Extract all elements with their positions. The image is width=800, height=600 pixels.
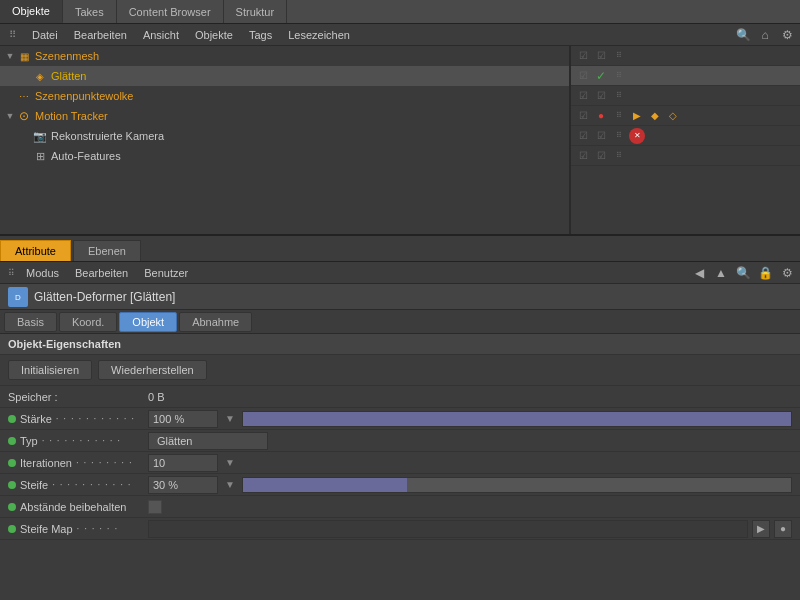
zoom-icon[interactable]: 🔍	[734, 264, 752, 282]
section-header: Objekt-Eigenschaften	[0, 334, 800, 355]
expand-placeholder2	[4, 90, 16, 102]
vis-icon-orange2[interactable]: ◆	[647, 108, 663, 124]
search-icon[interactable]: 🔍	[734, 26, 752, 44]
objects-icons-column: ☑ ☑ ⠿ ☑ ✓ ⠿ ☑ ☑ ⠿ ☑ ● ⠿ ▶ ◆ ◇ ☑ ☑ ⠿	[570, 46, 800, 234]
vis-icon-11[interactable]: ☑	[575, 148, 591, 164]
vis-icon-1[interactable]: ☑	[575, 48, 591, 64]
vis-icon-9[interactable]: ☑	[575, 128, 591, 144]
arrow-left-icon[interactable]: ◀	[690, 264, 708, 282]
tree-label-punktewolke: Szenenpunktewolke	[35, 90, 133, 102]
attribute-panel: Attribute Ebenen ⠿ Modus Bearbeiten Benu…	[0, 236, 800, 600]
vis-icon-3[interactable]: ☑	[575, 68, 591, 84]
more-icon[interactable]: ⚙	[778, 264, 796, 282]
prop-tab-abnahme[interactable]: Abnahme	[179, 312, 252, 332]
prop-tab-objekt[interactable]: Objekt	[119, 312, 177, 332]
staerke-value: ▼	[148, 410, 792, 428]
vis-icon-6[interactable]: ☑	[593, 88, 609, 104]
steife-map-row: Steife Map · · · · · · ▶ ●	[0, 518, 800, 540]
menu-lesezeichen[interactable]: Lesezeichen	[280, 27, 358, 43]
speicher-value: 0 B	[148, 391, 165, 403]
vis-icon-red[interactable]: ●	[593, 108, 609, 124]
steife-map-button[interactable]: ▶	[752, 520, 770, 538]
features-icon: ⊞	[32, 148, 48, 164]
menu-datei[interactable]: Datei	[24, 27, 66, 43]
abstaende-dot	[8, 503, 16, 511]
icons-row-szenenmesh: ☑ ☑ ⠿	[571, 46, 800, 66]
steife-slider[interactable]	[242, 477, 792, 493]
steife-label: Steife · · · · · · · · · · ·	[8, 479, 148, 491]
menu-ansicht[interactable]: Ansicht	[135, 27, 187, 43]
attr-menu-modus[interactable]: Modus	[18, 265, 67, 281]
tree-row-glaetten[interactable]: ◈ Glätten	[0, 66, 569, 86]
vis-check-icon[interactable]: ✓	[593, 68, 609, 84]
icons-row-punktewolke: ☑ ☑ ⠿	[571, 86, 800, 106]
restore-button[interactable]: Wiederherstellen	[98, 360, 207, 380]
vis-dots-6: ⠿	[611, 148, 627, 164]
typ-label: Typ · · · · · · · · · · ·	[8, 435, 148, 447]
tree-label-features: Auto-Features	[51, 150, 121, 162]
expand-placeholder4	[20, 150, 32, 162]
home-icon[interactable]: ⌂	[756, 26, 774, 44]
staerke-slider[interactable]	[242, 411, 792, 427]
cloud-icon: ⋯	[16, 88, 32, 104]
iterationen-arrow[interactable]: ▼	[222, 455, 238, 471]
staerke-input[interactable]	[148, 410, 218, 428]
iterationen-dot	[8, 459, 16, 467]
menu-bearbeiten[interactable]: Bearbeiten	[66, 27, 135, 43]
staerke-dot	[8, 415, 16, 423]
steife-arrow[interactable]: ▼	[222, 477, 238, 493]
vis-icon-orange3[interactable]: ◇	[665, 108, 681, 124]
steife-value: ▼	[148, 476, 792, 494]
vis-icon-orange[interactable]: ▶	[629, 108, 645, 124]
expand-icon[interactable]: ▼	[4, 50, 16, 62]
tree-row-szenenmesh[interactable]: ▼ ▦ Szenenmesh	[0, 46, 569, 66]
typ-dot	[8, 437, 16, 445]
iterationen-value: ▼	[148, 454, 792, 472]
tab-attribute[interactable]: Attribute	[0, 240, 71, 261]
vis-icon-5[interactable]: ☑	[575, 88, 591, 104]
vis-dots-3: ⠿	[611, 88, 627, 104]
lock-icon[interactable]: 🔒	[756, 264, 774, 282]
attr-menu-bearbeiten[interactable]: Bearbeiten	[67, 265, 136, 281]
abstaende-checkbox[interactable]	[148, 500, 162, 514]
tree-row-kamera[interactable]: 📷 Rekonstruierte Kamera	[0, 126, 569, 146]
attr-dots-icon: ⠿	[4, 266, 18, 280]
object-tree: ▼ ▦ Szenenmesh ◈ Glätten ⋯ Szenenpunktew…	[0, 46, 570, 234]
vis-icon-7[interactable]: ☑	[575, 108, 591, 124]
steife-map-input[interactable]	[148, 520, 748, 538]
settings-icon[interactable]: ⚙	[778, 26, 796, 44]
tree-label-motion-tracker: Motion Tracker	[35, 110, 108, 122]
tree-row-punktewolke[interactable]: ⋯ Szenenpunktewolke	[0, 86, 569, 106]
typ-row: Typ · · · · · · · · · · · Glätten	[0, 430, 800, 452]
abstaende-row: Abstände beibehalten	[0, 496, 800, 518]
tab-content-browser[interactable]: Content Browser	[117, 0, 224, 23]
tab-objekte[interactable]: Objekte	[0, 0, 63, 23]
prop-tab-basis[interactable]: Basis	[4, 312, 57, 332]
tree-row-features[interactable]: ⊞ Auto-Features	[0, 146, 569, 166]
arrow-up-icon[interactable]: ▲	[712, 264, 730, 282]
init-button[interactable]: Initialisieren	[8, 360, 92, 380]
tab-takes[interactable]: Takes	[63, 0, 117, 23]
vis-dots-4: ⠿	[611, 108, 627, 124]
vis-icon-12[interactable]: ☑	[593, 148, 609, 164]
top-tab-bar: Objekte Takes Content Browser Struktur	[0, 0, 800, 24]
expand-icon3[interactable]: ▼	[4, 110, 16, 122]
steife-input[interactable]	[148, 476, 218, 494]
iterationen-label: Iterationen · · · · · · · ·	[8, 457, 148, 469]
tree-row-motion-tracker[interactable]: ▼ ⊙ Motion Tracker	[0, 106, 569, 126]
camera-icon: 📷	[32, 128, 48, 144]
menu-objekte[interactable]: Objekte	[187, 27, 241, 43]
svg-text:D: D	[15, 293, 21, 302]
tab-ebenen[interactable]: Ebenen	[73, 240, 141, 261]
attr-menu-benutzer[interactable]: Benutzer	[136, 265, 196, 281]
steife-map-button2[interactable]: ●	[774, 520, 792, 538]
iterationen-input[interactable]	[148, 454, 218, 472]
staerke-arrow[interactable]: ▼	[222, 411, 238, 427]
vis-icon-2[interactable]: ☑	[593, 48, 609, 64]
menu-tags[interactable]: Tags	[241, 27, 280, 43]
vis-dots-1: ⠿	[611, 48, 627, 64]
vis-icon-10[interactable]: ☑	[593, 128, 609, 144]
tree-label-glaetten: Glätten	[51, 70, 86, 82]
tab-struktur[interactable]: Struktur	[224, 0, 288, 23]
prop-tab-koord[interactable]: Koord.	[59, 312, 117, 332]
